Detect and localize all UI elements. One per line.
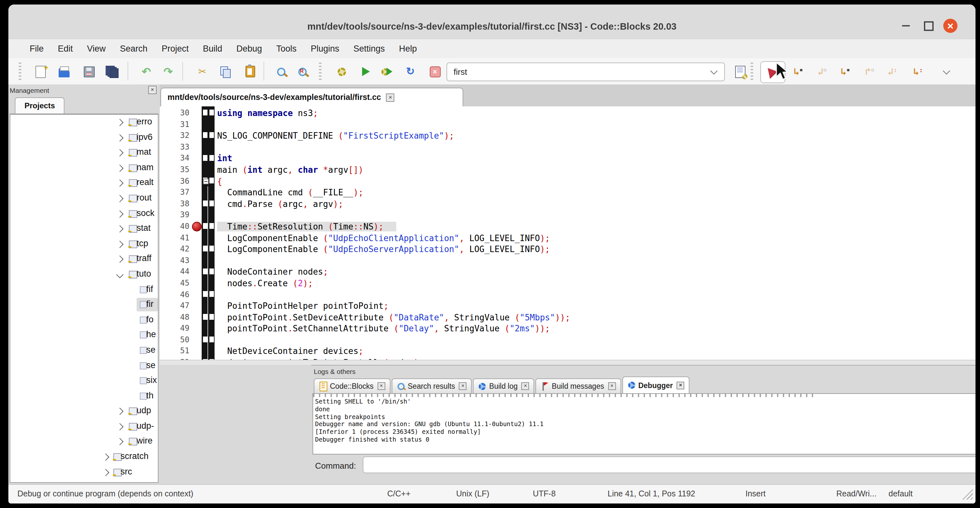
code-line-33[interactable]: 33 bbox=[160, 142, 975, 153]
code-line-35[interactable]: 35main (int argc, char *argv[]) bbox=[160, 164, 975, 176]
chevron-right-icon[interactable] bbox=[102, 469, 110, 476]
log-tab-search-results[interactable]: Search results× bbox=[392, 378, 472, 393]
log-tab-build-messages[interactable]: Build messages× bbox=[536, 378, 621, 393]
undo-button[interactable]: ↶ bbox=[138, 63, 154, 80]
run-button[interactable] bbox=[358, 63, 374, 80]
save-all-button[interactable] bbox=[103, 63, 120, 80]
chevron-right-icon[interactable] bbox=[116, 438, 124, 446]
code-line-32[interactable]: 32NS_LOG_COMPONENT_DEFINE ("FirstScriptE… bbox=[160, 130, 975, 142]
tree-item-th[interactable]: th bbox=[10, 389, 158, 404]
resize-grip[interactable] bbox=[961, 488, 973, 500]
chevron-down-icon[interactable] bbox=[116, 271, 124, 279]
tree-item-traff[interactable]: traff bbox=[10, 252, 158, 267]
build-target-combo[interactable]: first bbox=[447, 62, 725, 81]
build-button[interactable] bbox=[333, 63, 350, 80]
code-line-38[interactable]: 38 cmd.Parse (argc, argv); bbox=[160, 199, 975, 210]
tree-item-tuto[interactable]: tuto bbox=[10, 267, 158, 282]
code-line-41[interactable]: 41 LogComponentEnable ("UdpEchoClientApp… bbox=[160, 233, 975, 244]
tree-item-nam[interactable]: nam bbox=[10, 161, 158, 176]
chevron-right-icon[interactable] bbox=[116, 240, 124, 248]
close-editor-tab-icon[interactable]: × bbox=[386, 93, 395, 102]
step-into-button[interactable]: ↳▪ bbox=[837, 63, 854, 80]
tree-item-tcp[interactable]: tcp bbox=[10, 237, 158, 252]
paste-button[interactable] bbox=[242, 63, 258, 80]
tree-item-udp-[interactable]: udp- bbox=[10, 419, 158, 434]
compile-current-file-button[interactable] bbox=[732, 63, 749, 80]
code-line-34[interactable]: 34int bbox=[160, 153, 975, 164]
code-line-49[interactable]: 49 pointToPoint.SetChannelAttribute ("De… bbox=[160, 323, 975, 334]
next-line-button[interactable]: ↲▫ bbox=[814, 63, 830, 80]
editor-horizontal-scrollbar[interactable] bbox=[160, 360, 975, 365]
tree-item-sock[interactable]: sock bbox=[10, 206, 158, 221]
tree-item-mat[interactable]: mat bbox=[10, 145, 158, 160]
close-log-tab-icon[interactable]: × bbox=[677, 381, 684, 389]
tree-item-six[interactable]: six bbox=[10, 373, 158, 389]
code-line-50[interactable]: 50 bbox=[160, 334, 975, 346]
log-tab-debugger[interactable]: Debugger× bbox=[622, 376, 689, 393]
code-area[interactable]: 30using namespace ns3;3132NS_LOG_COMPONE… bbox=[160, 107, 975, 360]
code-editor[interactable]: 30using namespace ns3;3132NS_LOG_COMPONE… bbox=[160, 107, 975, 365]
menu-tools[interactable]: Tools bbox=[269, 44, 304, 54]
abort-button[interactable]: × bbox=[426, 63, 443, 80]
code-line-36[interactable]: 36{ bbox=[160, 176, 975, 187]
tree-item-se[interactable]: se bbox=[10, 343, 158, 358]
code-line-47[interactable]: 47 PointToPointHelper pointToPoint; bbox=[160, 300, 975, 312]
chevron-right-icon[interactable] bbox=[116, 195, 124, 202]
menu-build[interactable]: Build bbox=[196, 44, 229, 54]
chevron-right-icon[interactable] bbox=[116, 256, 124, 263]
toolbar-grip[interactable] bbox=[751, 62, 753, 80]
code-line-30[interactable]: 30using namespace ns3; bbox=[160, 108, 975, 119]
code-line-39[interactable]: 39 bbox=[160, 210, 975, 221]
menu-edit[interactable]: Edit bbox=[51, 44, 80, 54]
log-tab-build-log[interactable]: Build log× bbox=[473, 378, 535, 393]
code-line-43[interactable]: 43 bbox=[160, 255, 975, 266]
chevron-down-icon[interactable] bbox=[710, 67, 718, 75]
maximize-icon[interactable] bbox=[922, 19, 935, 32]
code-line-44[interactable]: 44 NodeContainer nodes; bbox=[160, 267, 975, 278]
breakpoint-icon[interactable] bbox=[192, 222, 202, 231]
code-line-51[interactable]: 51 NetDeviceContainer devices; bbox=[160, 346, 975, 357]
tree-item-fif[interactable]: fif bbox=[10, 282, 158, 297]
replace-button[interactable]: R bbox=[294, 63, 310, 80]
chevron-right-icon[interactable] bbox=[116, 225, 124, 233]
code-line-40[interactable]: 40 Time::SetResolution (Time::NS); bbox=[160, 221, 975, 233]
find-button[interactable] bbox=[272, 63, 289, 80]
tree-item-udp[interactable]: udp bbox=[10, 404, 158, 419]
chevron-right-icon[interactable] bbox=[102, 454, 110, 461]
menu-settings[interactable]: Settings bbox=[346, 44, 392, 54]
chevron-right-icon[interactable] bbox=[116, 408, 124, 415]
run-to-cursor-button[interactable]: ↳▪ bbox=[790, 63, 807, 80]
step-into-instruction-button[interactable]: ↳: bbox=[910, 63, 926, 80]
tree-item-he[interactable]: he bbox=[10, 328, 158, 343]
debug-toolbar-chevron-icon[interactable] bbox=[943, 67, 950, 75]
chevron-right-icon[interactable] bbox=[116, 423, 124, 430]
tree-item-stat[interactable]: stat bbox=[10, 221, 158, 236]
tree-item-realt[interactable]: realt bbox=[10, 176, 158, 191]
chevron-right-icon[interactable] bbox=[116, 149, 124, 157]
menu-plugins[interactable]: Plugins bbox=[304, 44, 346, 54]
open-file-button[interactable] bbox=[56, 63, 72, 80]
close-log-tab-icon[interactable]: × bbox=[377, 382, 385, 390]
tree-item-rout[interactable]: rout bbox=[10, 191, 158, 206]
tree-item-se[interactable]: se bbox=[10, 358, 158, 373]
chevron-right-icon[interactable] bbox=[116, 134, 124, 142]
close-log-tab-icon[interactable]: × bbox=[608, 382, 616, 390]
tree-item-fir[interactable]: fir bbox=[10, 297, 158, 312]
chevron-right-icon[interactable] bbox=[116, 119, 124, 126]
step-out-button[interactable]: ↱▫ bbox=[861, 63, 878, 80]
menu-debug[interactable]: Debug bbox=[229, 44, 269, 54]
code-line-37[interactable]: 37 CommandLine cmd (__FILE__); bbox=[160, 187, 975, 198]
chevron-right-icon[interactable] bbox=[116, 210, 124, 218]
rebuild-button[interactable]: ↻ bbox=[402, 63, 419, 80]
code-line-31[interactable]: 31 bbox=[160, 119, 975, 130]
next-instruction-button[interactable]: ↲: bbox=[884, 63, 901, 80]
tree-item-ipv6[interactable]: ipv6 bbox=[10, 130, 158, 145]
build-and-run-button[interactable] bbox=[378, 63, 395, 80]
chevron-right-icon[interactable] bbox=[116, 180, 124, 187]
code-line-48[interactable]: 48 pointToPoint.SetDeviceAttribute ("Dat… bbox=[160, 312, 975, 323]
menu-project[interactable]: Project bbox=[154, 44, 196, 54]
debugger-output[interactable]: Setting SHELL to '/bin/sh'doneSetting br… bbox=[312, 393, 975, 454]
toolbar-grip[interactable] bbox=[19, 62, 21, 80]
project-tree[interactable]: erroipv6matnamrealtroutsockstattcptrafft… bbox=[10, 114, 159, 483]
menu-search[interactable]: Search bbox=[113, 44, 154, 54]
